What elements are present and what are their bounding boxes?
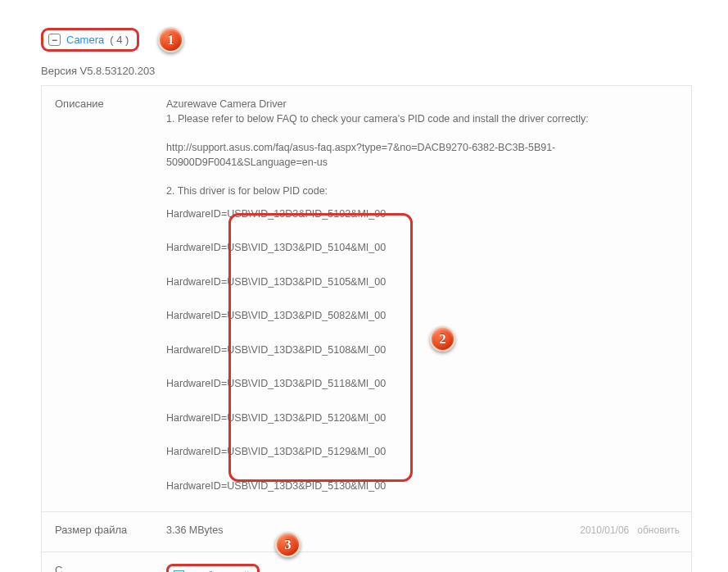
hardware-id-line: HardwareID=USB\VID_13D3&PID_5105&MI_00	[166, 275, 680, 290]
hardware-id-line: HardwareID=USB\VID_13D3&PID_5102&MI_00	[166, 207, 680, 222]
label-description: Описание	[42, 86, 163, 511]
row-filesize: Размер файла 3.36 MBytes 2010/01/06 обно…	[42, 512, 691, 552]
hw-prefix: HardwareID	[166, 309, 221, 324]
hw-prefix: HardwareID	[166, 411, 221, 426]
hw-value: =USB\VID_13D3&PID_5120&MI_00	[221, 411, 386, 426]
row-description: Описание Azurewave Camera Driver 1. Plea…	[42, 86, 691, 512]
hw-value: =USB\VID_13D3&PID_5130&MI_00	[221, 479, 386, 494]
hw-prefix: HardwareID	[166, 343, 221, 358]
hw-prefix: HardwareID	[166, 207, 221, 222]
hardware-id-line: HardwareID=USB\VID_13D3&PID_5118&MI_00	[166, 377, 680, 392]
hw-prefix: HardwareID	[166, 241, 221, 256]
filesize-value: 3.36 MBytes	[166, 524, 223, 538]
hw-value: =USB\VID_13D3&PID_5108&MI_00	[221, 343, 386, 358]
collapse-icon: −	[48, 34, 61, 46]
hardware-id-line: HardwareID=USB\VID_13D3&PID_5129&MI_00	[166, 445, 680, 460]
hw-value: =USB\VID_13D3&PID_5105&MI_00	[221, 275, 386, 290]
hw-value: =USB\VID_13D3&PID_5102&MI_00	[221, 207, 386, 222]
callout-1: 1	[158, 27, 183, 52]
desc-line1: 1. Please refer to below FAQ to check yo…	[166, 112, 680, 127]
hardware-id-line: HardwareID=USB\VID_13D3&PID_5082&MI_00	[166, 309, 680, 324]
hw-prefix: HardwareID	[166, 445, 221, 460]
row-download: С Глобальный	[42, 552, 691, 573]
desc-title: Azurewave Camera Driver	[166, 98, 680, 112]
hw-value: =USB\VID_13D3&PID_5082&MI_00	[221, 309, 386, 324]
value-download: Глобальный	[163, 552, 691, 573]
download-global-link[interactable]: Глобальный	[166, 564, 260, 573]
value-filesize: 3.36 MBytes 2010/01/06 обновить	[163, 512, 691, 552]
hardware-id-line: HardwareID=USB\VID_13D3&PID_5120&MI_00	[166, 411, 680, 426]
hardware-id-line: HardwareID=USB\VID_13D3&PID_5130&MI_00	[166, 479, 680, 494]
hw-prefix: HardwareID	[166, 275, 221, 290]
hardware-id-list: HardwareID=USB\VID_13D3&PID_5102&MI_00Ha…	[166, 207, 680, 494]
desc-faq-url: http://support.asus.com/faq/asus-faq.asp…	[166, 141, 680, 170]
desc-line2: 2. This driver is for below PID code:	[166, 184, 680, 199]
value-description: Azurewave Camera Driver 1. Please refer …	[163, 86, 691, 511]
hardware-id-line: HardwareID=USB\VID_13D3&PID_5104&MI_00	[166, 241, 680, 256]
label-from: С	[42, 552, 163, 573]
filesize-meta: 2010/01/06 обновить	[580, 524, 680, 538]
label-filesize: Размер файла	[42, 512, 163, 552]
category-toggle[interactable]: − Camera ( 4 )	[41, 28, 139, 52]
hw-prefix: HardwareID	[166, 479, 221, 494]
version-text: Версия V5.8.53120.203	[41, 65, 692, 77]
category-name: Camera	[66, 34, 104, 46]
callout-2: 2	[430, 326, 455, 352]
callout-3: 3	[275, 532, 301, 557]
hw-value: =USB\VID_13D3&PID_5118&MI_00	[221, 377, 386, 392]
driver-panel: Описание Azurewave Camera Driver 1. Plea…	[41, 85, 692, 572]
hw-value: =USB\VID_13D3&PID_5104&MI_00	[221, 241, 386, 256]
hw-prefix: HardwareID	[166, 377, 221, 392]
download-label: Глобальный	[189, 569, 250, 573]
hardware-id-line: HardwareID=USB\VID_13D3&PID_5108&MI_00	[166, 343, 680, 358]
hw-value: =USB\VID_13D3&PID_5129&MI_00	[221, 445, 386, 460]
category-count: ( 4 )	[110, 34, 129, 46]
